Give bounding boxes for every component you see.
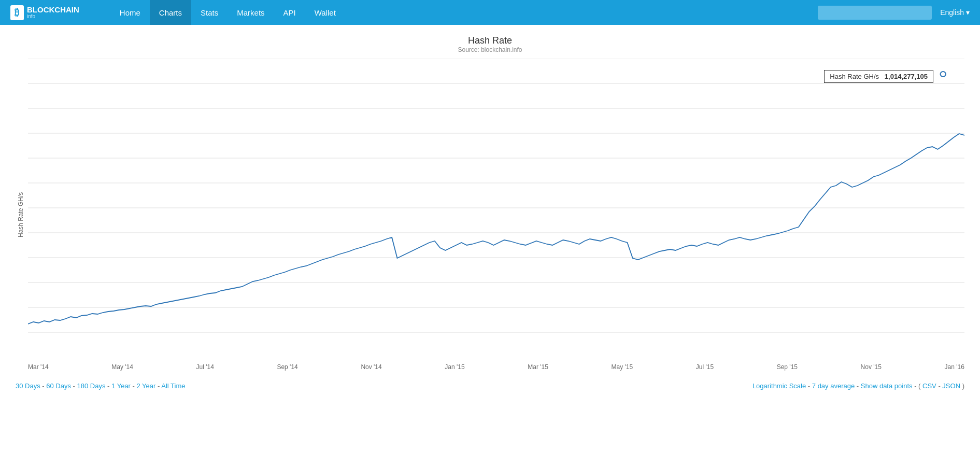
x-label-11: Jan '16: [945, 363, 964, 371]
x-label-2: Jul '14: [196, 363, 214, 371]
logo-icon: ₿: [10, 5, 24, 20]
x-label-8: Jul '15: [696, 363, 714, 371]
time-2y[interactable]: 2 Year: [137, 382, 156, 390]
x-label-10: Nov '15: [861, 363, 882, 371]
chart-tooltip: Hash Rate GH/s 1,014,277,105: [824, 70, 933, 83]
x-label-4: Nov '14: [361, 363, 381, 371]
logo-text: BLOCKCHAIN: [27, 6, 79, 13]
tooltip-label: Hash Rate GH/s: [830, 73, 879, 80]
x-axis-labels: Mar '14 May '14 Jul '14 Sep '14 Nov '14 …: [28, 361, 964, 371]
time-range-links: 30 Days - 60 Days - 180 Days - 1 Year - …: [16, 382, 185, 390]
nav-home[interactable]: Home: [110, 0, 150, 25]
bottom-controls: 30 Days - 60 Days - 180 Days - 1 Year - …: [0, 376, 980, 396]
option-7day-avg[interactable]: 7 day average: [812, 382, 855, 390]
logo-sub: info: [27, 13, 95, 19]
option-log-scale[interactable]: Logarithmic Scale: [752, 382, 806, 390]
nav-markets[interactable]: Markets: [228, 0, 274, 25]
chart-svg: 1,100,000,000 1,000,000,000 900,000,000 …: [28, 59, 964, 359]
time-180d[interactable]: 180 Days: [77, 382, 106, 390]
x-label-9: Sep '15: [777, 363, 798, 371]
chart-wrapper: Hash Rate GH/s Hash Rate GH/s 1,014,277,…: [16, 59, 964, 371]
chart-options: Logarithmic Scale - 7 day average - Show…: [752, 382, 964, 390]
nav-links: Home Charts Stats Markets API Wallet: [110, 0, 818, 25]
svg-point-24: [941, 72, 946, 77]
language-selector[interactable]: English ▾: [940, 8, 970, 17]
x-label-0: Mar '14: [28, 363, 49, 371]
tooltip-value: 1,014,277,105: [885, 73, 928, 80]
search-box: [818, 6, 932, 20]
x-label-6: Mar '15: [528, 363, 548, 371]
chart-inner: Hash Rate GH/s 1,014,277,105: [28, 59, 964, 371]
x-label-7: May '15: [611, 363, 633, 371]
x-label-1: May '14: [111, 363, 133, 371]
x-label-3: Sep '14: [277, 363, 297, 371]
time-1y[interactable]: 1 Year: [111, 382, 131, 390]
chart-source: Source: blockchain.info: [16, 46, 964, 53]
x-label-5: Jan '15: [445, 363, 464, 371]
y-axis-label: Hash Rate GH/s: [16, 59, 26, 371]
navbar: ₿ BLOCKCHAIN info Home Charts Stats Mark…: [0, 0, 980, 25]
nav-charts[interactable]: Charts: [150, 0, 191, 25]
time-60d[interactable]: 60 Days: [46, 382, 71, 390]
nav-api[interactable]: API: [274, 0, 305, 25]
nav-wallet[interactable]: Wallet: [305, 0, 345, 25]
time-all[interactable]: All Time: [161, 382, 185, 390]
chart-section: Hash Rate Source: blockchain.info Hash R…: [0, 25, 980, 376]
option-json[interactable]: JSON: [942, 382, 960, 390]
logo[interactable]: ₿ BLOCKCHAIN info: [10, 5, 95, 20]
option-csv[interactable]: CSV: [922, 382, 936, 390]
search-input[interactable]: [818, 6, 932, 20]
chart-title: Hash Rate: [16, 35, 964, 46]
time-30d[interactable]: 30 Days: [16, 382, 40, 390]
nav-stats[interactable]: Stats: [191, 0, 228, 25]
option-data-points[interactable]: Show data points: [861, 382, 913, 390]
